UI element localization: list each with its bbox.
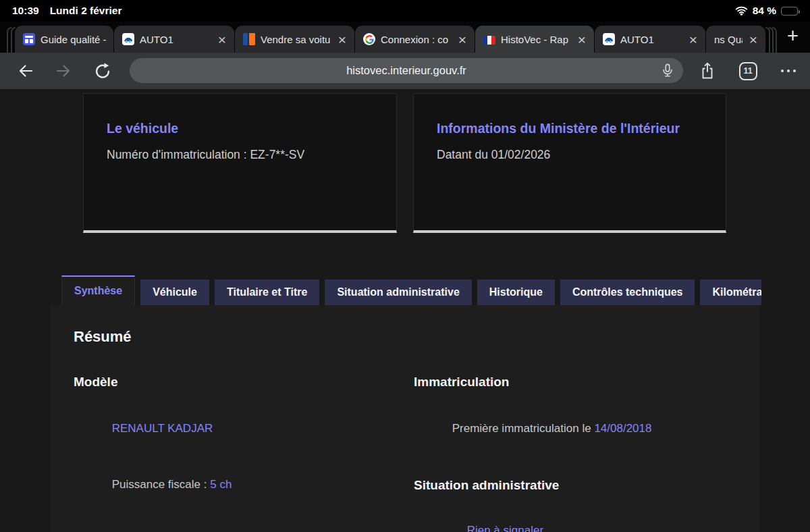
browser-tab-vendre-voiture[interactable]: Vendre sa voitu × (235, 26, 354, 53)
browser-tab-strip: Guide qualité - AUTO1 × Vendre sa voitu … (0, 22, 810, 53)
tab-vehicule[interactable]: Véhicule (140, 280, 209, 305)
browser-tab-guide-qualite[interactable]: Guide qualité - (15, 26, 113, 53)
auto1-favicon (122, 33, 134, 45)
left-column: Modèle RENAULT KADJAR Puissance fiscale … (74, 375, 414, 532)
status-bar: 10:39 Lundi 2 février 84 % (0, 0, 810, 22)
close-tab-icon[interactable]: × (337, 32, 348, 47)
share-icon[interactable] (694, 53, 721, 89)
ipad-screen: 10:39 Lundi 2 février 84 % Guide qualité… (0, 0, 810, 532)
model-name-link[interactable]: RENAULT KADJAR (74, 403, 414, 454)
address-bar[interactable]: histovec.interieur.gouv.fr (130, 58, 683, 83)
battery-percent: 84 % (753, 5, 776, 17)
tab-titulaire-titre[interactable]: Titulaire et Titre (215, 280, 319, 305)
date: Lundi 2 février (50, 5, 122, 17)
ministry-card-title: Informations du Ministère de l'Intérieur (437, 117, 703, 140)
browser-tab-histovec-active[interactable]: HistoVec - Rap × (475, 26, 594, 53)
back-button[interactable] (12, 53, 39, 89)
forward-button[interactable] (50, 53, 77, 89)
more-options-button[interactable] (774, 53, 803, 89)
situation-administrative-heading: Situation administrative (414, 478, 759, 493)
tab-overview-button[interactable]: 11 (734, 53, 761, 89)
resume-heading: Résumé (74, 328, 759, 346)
tab-controles-techniques[interactable]: Contrôles techniques (560, 280, 695, 305)
close-tab-icon[interactable]: × (748, 32, 759, 47)
ellipsis-icon (781, 70, 796, 73)
tab-title: AUTO1 (140, 34, 211, 45)
google-favicon (363, 33, 375, 45)
histovec-page: Le véhicule Numéro d'immatriculation : E… (0, 89, 810, 532)
report-tab-list: Synthèse Véhicule Titulaire et Titre Sit… (61, 275, 761, 305)
browser-tab-auto1[interactable]: AUTO1 × (114, 26, 234, 53)
close-tab-icon[interactable]: × (217, 32, 227, 47)
admin-status: Rien à signaler (414, 505, 759, 532)
new-tab-button[interactable]: + (787, 26, 799, 46)
tab-situation-administrative[interactable]: Situation administrative (325, 280, 471, 305)
tab-title: HistoVec - Rap (501, 34, 571, 45)
guide-qualite-favicon (23, 33, 35, 45)
browser-tab-partial[interactable]: ns Qua × (706, 26, 765, 53)
france-flag-favicon (483, 36, 495, 45)
ministry-card: Informations du Ministère de l'Intérieur… (413, 93, 726, 233)
tab-historique[interactable]: Historique (477, 280, 555, 305)
right-column: Immatriculation Première immatriculation… (414, 375, 759, 532)
synthese-panel: Résumé Modèle RENAULT KADJAR Puissance f… (51, 305, 759, 532)
fiscal-power-line: Puissance fiscale : 5 ch (74, 459, 414, 510)
close-tab-icon[interactable]: × (457, 32, 468, 47)
microphone-icon[interactable] (660, 62, 675, 80)
ministry-card-body: Datant du 01/02/2026 (437, 148, 703, 162)
first-registration-line: Première immatriculation le 14/08/2018 (414, 403, 759, 454)
close-tab-icon[interactable]: × (576, 32, 587, 47)
url-text: histovec.interieur.gouv.fr (346, 64, 466, 77)
vehicle-card-body: Numéro d'immatriculation : EZ-7**-SV (107, 148, 373, 162)
tab-title: Vendre sa voitu (261, 34, 331, 45)
stacked-tabs-decoration (772, 27, 777, 53)
tab-title: Guide qualité - (40, 34, 107, 45)
immatriculation-heading: Immatriculation (414, 375, 759, 390)
browser-toolbar: histovec.interieur.gouv.fr 11 (0, 53, 810, 89)
vehicle-card: Le véhicule Numéro d'immatriculation : E… (83, 93, 397, 233)
vehicle-card-title: Le véhicule (107, 117, 373, 140)
browser-tab-connexion[interactable]: Connexion : co × (355, 26, 475, 53)
tab-title: Connexion : co (381, 34, 452, 45)
tab-title: ns Qua (714, 34, 742, 45)
battery-icon (781, 7, 798, 16)
browser-tab-auto1-2[interactable]: AUTO1 × (595, 26, 705, 53)
auto1-favicon (603, 33, 615, 45)
tab-synthese[interactable]: Synthèse (61, 275, 135, 305)
modele-heading: Modèle (74, 375, 414, 390)
clock: 10:39 (12, 5, 39, 17)
vendre-favicon (243, 33, 255, 45)
tab-kilometrage[interactable]: Kilométrage (700, 280, 761, 305)
tab-count: 11 (739, 62, 757, 80)
wifi-icon (735, 6, 748, 16)
close-tab-icon[interactable]: × (688, 32, 699, 47)
tab-title: AUTO1 (620, 34, 682, 45)
reload-button[interactable] (89, 53, 116, 89)
